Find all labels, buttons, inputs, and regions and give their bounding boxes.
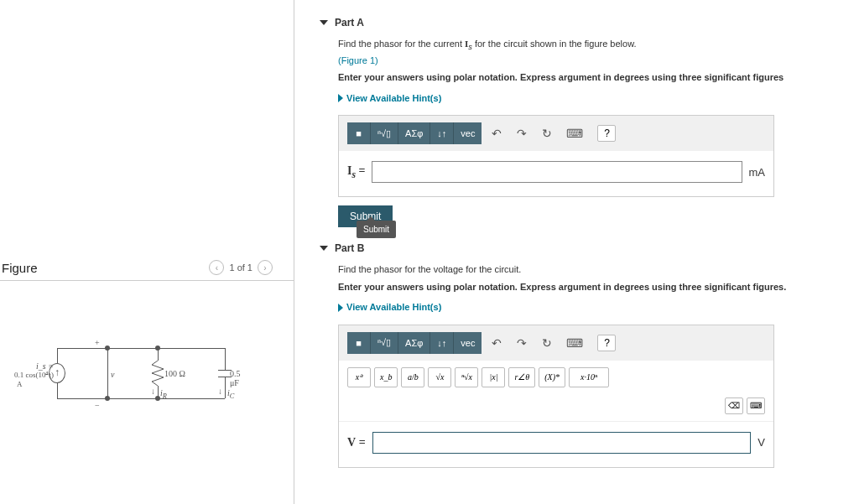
keyboard-button[interactable]: ⌨ — [562, 332, 587, 354]
help-button[interactable]: ? — [597, 125, 616, 142]
formula-tool-group: ■ ⁿ√▯ ΑΣφ ↓↑ vec — [347, 122, 482, 144]
reset-button[interactable]: ↻ — [537, 332, 557, 354]
vec-button[interactable]: vec — [454, 332, 482, 354]
answer-input-a[interactable] — [372, 161, 742, 183]
part-b-format: Enter your answers using polar notation.… — [338, 280, 851, 294]
sci-button[interactable]: x·10ⁿ — [569, 367, 609, 387]
caret-right-icon — [338, 94, 343, 102]
angle-button[interactable]: r∠θ — [508, 367, 535, 387]
minus-label: − — [95, 401, 100, 410]
backspace-button[interactable]: ⌫ — [725, 397, 743, 414]
is-label: i_s = — [5, 361, 54, 371]
redo-button[interactable]: ↷ — [512, 332, 532, 354]
part-b-instruction: Find the phasor for the voltage for the … — [338, 262, 851, 277]
frac-button[interactable]: a/b — [401, 367, 424, 387]
hints-link-b[interactable]: View Available Hint(s) — [338, 300, 851, 314]
ir-label: iR — [160, 388, 167, 400]
prev-figure-button[interactable]: ‹ — [209, 260, 224, 275]
conj-button[interactable]: (X)* — [539, 367, 565, 387]
keyboard-button[interactable]: ⌨ — [562, 122, 587, 144]
greek-button[interactable]: ΑΣφ — [398, 332, 430, 354]
sqrt-x-button[interactable]: √x — [428, 367, 451, 387]
keyboard-toggle-button[interactable]: ⌨ — [747, 397, 765, 414]
answer-box-b: ■ ⁿ√▯ ΑΣφ ↓↑ vec ↶ ↷ ↻ ⌨ ? xᵃ x_b a/b — [338, 325, 774, 468]
part-a-title: Part A — [335, 17, 364, 29]
answer-box-a: ■ ⁿ√▯ ΑΣφ ↓↑ vec ↶ ↷ ↻ ⌨ ? Is = mA — [338, 115, 774, 197]
undo-button[interactable]: ↶ — [487, 332, 507, 354]
help-button[interactable]: ? — [597, 335, 616, 351]
part-a-header[interactable]: Part A — [320, 17, 851, 29]
updown-button[interactable]: ↓↑ — [430, 332, 454, 354]
part-b-title: Part B — [335, 242, 364, 254]
hints-link-a[interactable]: View Available Hint(s) — [338, 91, 851, 106]
unit-v: V — [757, 434, 765, 451]
greek-button[interactable]: ΑΣφ — [398, 122, 430, 144]
caret-right-icon — [338, 304, 343, 312]
circuit-diagram: ↑ + − v i_s = 0.1 cos(10⁴t) — [23, 340, 242, 415]
is-value: 0.1 cos(10⁴t) — [2, 371, 54, 379]
var-label-v: V = — [347, 434, 366, 451]
vec-button[interactable]: vec — [454, 122, 482, 144]
is-unit: A — [17, 380, 23, 388]
unit-ma: mA — [749, 164, 766, 181]
submit-tooltip: Submit — [357, 221, 396, 238]
sqrt-button[interactable]: ⁿ√▯ — [371, 332, 398, 354]
template-button[interactable]: ■ — [347, 332, 371, 354]
xb-button[interactable]: x_b — [374, 367, 398, 387]
pager-text: 1 of 1 — [229, 262, 252, 273]
formula-tool-group: ■ ⁿ√▯ ΑΣφ ↓↑ vec — [347, 332, 482, 354]
part-b-header[interactable]: Part B — [320, 242, 851, 254]
part-a-format: Enter your answers using polar notation.… — [338, 70, 851, 85]
part-a-instruction: Find the phasor for the current Is for t… — [338, 37, 851, 54]
figure-pager: ‹ 1 of 1 › — [209, 260, 273, 275]
c-label: 0.5 μF — [230, 369, 242, 387]
var-label-is: Is = — [347, 162, 365, 182]
nsqrt-button[interactable]: ⁿ√x — [455, 367, 478, 387]
plus-label: + — [95, 338, 100, 347]
next-figure-button[interactable]: › — [258, 260, 273, 275]
v-label: v — [111, 370, 114, 379]
updown-button[interactable]: ↓↑ — [430, 122, 454, 144]
figure-heading: Figure — [2, 261, 38, 275]
sqrt-button[interactable]: ⁿ√▯ — [371, 122, 398, 144]
redo-button[interactable]: ↷ — [512, 122, 532, 144]
template-button[interactable]: ■ — [347, 122, 371, 144]
answer-input-b[interactable] — [372, 432, 752, 454]
caret-down-icon — [320, 20, 328, 25]
r-label: 100 Ω — [164, 369, 185, 378]
xa-button[interactable]: xᵃ — [347, 367, 371, 387]
ic-label: iC — [227, 388, 234, 400]
caret-down-icon — [320, 246, 328, 251]
undo-button[interactable]: ↶ — [487, 122, 507, 144]
figure-link[interactable]: (Figure 1) — [338, 54, 851, 68]
abs-button[interactable]: |x| — [482, 367, 505, 387]
reset-button[interactable]: ↻ — [537, 122, 557, 144]
